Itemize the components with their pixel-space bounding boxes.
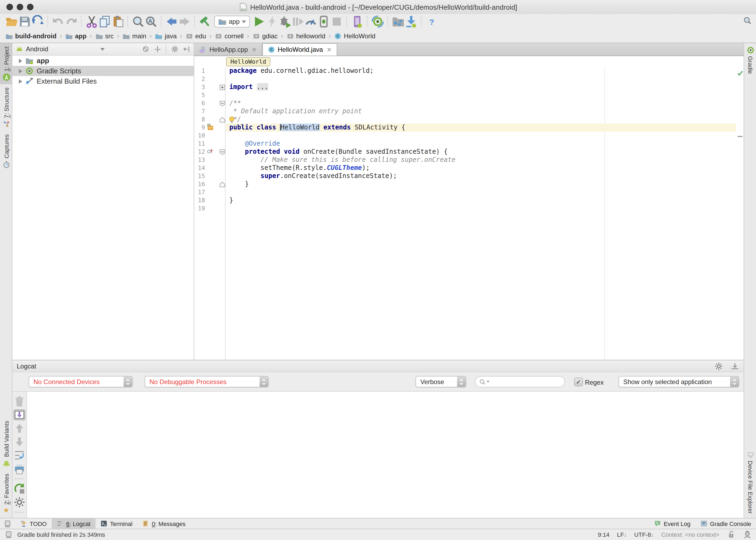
tree-item-app[interactable]: app	[12, 56, 194, 66]
code-line-18[interactable]: 18}	[194, 197, 744, 204]
code-line-12[interactable]: 12 protected void onCreate(Bundle savedI…	[194, 148, 744, 156]
code-line-16[interactable]: 16 }	[194, 180, 744, 188]
breadcrumb-item-gdiac[interactable]: gdiac	[251, 32, 279, 40]
regex-checkbox[interactable]: ✓	[574, 378, 583, 386]
debug-button[interactable]	[278, 15, 291, 28]
g-class-icon[interactable]: <>	[207, 124, 219, 132]
breadcrumb-item-src[interactable]: src	[94, 32, 115, 40]
tool-window-button-0-messages[interactable]: 0: Messages	[137, 518, 191, 529]
tool-strip-button-gradle[interactable]: Gradle	[744, 43, 756, 77]
intention-bulb-icon[interactable]	[228, 116, 235, 123]
project-view-selector[interactable]: Android	[26, 45, 48, 53]
replace-button[interactable]: A	[145, 15, 158, 28]
device-debug-button[interactable]	[317, 15, 330, 28]
logcat-settings-gear-icon[interactable]	[714, 362, 723, 370]
tool-window-button-gradle-console[interactable]: Gradle Console	[695, 518, 756, 529]
apply-button[interactable]	[265, 15, 278, 28]
inspector-hector-icon[interactable]	[743, 530, 752, 539]
code-line-19[interactable]: 19	[194, 204, 744, 212]
code-line-6[interactable]: 6/**	[194, 99, 744, 107]
gear-icon[interactable]	[171, 45, 179, 53]
hide-panel-icon[interactable]	[183, 45, 191, 53]
tab-HelloWorld.java[interactable]: CHelloWorld.java✕	[262, 43, 337, 56]
expand-arrow-icon[interactable]	[19, 69, 22, 73]
code-line-7[interactable]: 7 * Default application entry point	[194, 107, 744, 115]
fold-marker-icon[interactable]	[219, 180, 226, 188]
code-line-14[interactable]: 14 setTheme(R.style.CUGLTheme);	[194, 164, 744, 172]
profile-button[interactable]	[304, 15, 317, 28]
run-configuration-selector[interactable]: app	[214, 16, 250, 28]
stop-button[interactable]	[330, 15, 343, 28]
copy-button[interactable]	[98, 15, 111, 28]
line-ending-selector[interactable]: LF↕	[617, 531, 627, 538]
g-override-icon[interactable]	[207, 148, 219, 156]
tree-item-gradle-scripts[interactable]: Gradle Scripts	[12, 66, 194, 76]
code-line-11[interactable]: 11 @Override	[194, 140, 744, 148]
back-button[interactable]	[165, 15, 178, 28]
project-structure-button[interactable]	[392, 15, 405, 28]
code-line-17[interactable]: 17	[194, 188, 744, 197]
code-line-3[interactable]: 3import ...	[194, 83, 744, 91]
locate-file-icon[interactable]	[142, 45, 149, 53]
tree-item-external-build-files[interactable]: External Build Files	[12, 76, 194, 86]
breadcrumb-item-HelloWorld[interactable]: CHelloWorld	[333, 32, 377, 40]
tool-strip-button-7-structure[interactable]: 7: Structure	[0, 84, 12, 131]
close-tab-icon[interactable]: ✕	[327, 46, 332, 53]
filter-dropdown[interactable]: Show only selected application	[618, 376, 739, 387]
tool-window-button-terminal[interactable]: Terminal	[95, 518, 137, 529]
undo-button[interactable]	[52, 15, 65, 28]
tool-strip-button-captures[interactable]: Captures	[0, 131, 12, 172]
code-line-10[interactable]: 10	[194, 132, 744, 140]
logcat-gear-button[interactable]	[14, 497, 25, 508]
save-button[interactable]	[18, 15, 31, 28]
code-line-9[interactable]: 9<>public class HelloWorld extends SDLAc…	[194, 124, 744, 132]
expand-arrow-icon[interactable]	[19, 59, 22, 63]
cut-button[interactable]	[85, 15, 98, 28]
logcat-up-button[interactable]	[14, 423, 25, 434]
build-button[interactable]	[199, 15, 212, 28]
breadcrumb-item-build-android[interactable]: build-android	[4, 32, 58, 40]
breadcrumb-item-cornell[interactable]: cornell	[214, 32, 245, 40]
code-line-2[interactable]: 2	[194, 75, 744, 83]
tool-window-button-6-logcat[interactable]: 6: Logcat	[52, 518, 95, 529]
logcat-search-input[interactable]	[475, 376, 565, 387]
tab-HelloApp.cpp[interactable]: C++HelloApp.cpp✕	[194, 44, 262, 56]
sdk-button[interactable]	[405, 15, 418, 28]
encoding-selector[interactable]: UTF-8↕	[634, 531, 654, 538]
logcat-scrollend-button[interactable]	[14, 409, 25, 420]
help-button[interactable]: ?	[425, 15, 438, 28]
code-line-5[interactable]: 5	[194, 91, 744, 99]
fold-marker-icon[interactable]	[219, 115, 226, 124]
breadcrumb-item-app[interactable]: app	[64, 32, 88, 40]
open-button[interactable]	[5, 15, 18, 28]
logcat-wrap-button[interactable]	[14, 450, 25, 461]
fold-marker-icon[interactable]	[219, 83, 226, 91]
logcat-rerun-button[interactable]	[14, 483, 25, 494]
find-button[interactable]	[132, 15, 145, 28]
tool-window-button-todo[interactable]: TODO	[15, 518, 52, 529]
status-toggle-icon[interactable]	[4, 530, 13, 539]
devices-dropdown[interactable]: No Connected Devices	[29, 376, 133, 387]
caret-position[interactable]: 9:14	[598, 531, 610, 538]
search-everywhere-icon[interactable]	[743, 16, 752, 25]
paste-button[interactable]	[111, 15, 124, 28]
tool-strip-button-build-variants[interactable]: Build Variants	[0, 418, 12, 470]
fold-marker-icon[interactable]	[219, 99, 226, 107]
code-area[interactable]: 1package edu.cornell.gdiac.helloworld;23…	[194, 67, 744, 360]
gradle-sync-button[interactable]	[371, 15, 384, 28]
logcat-print-button[interactable]	[14, 464, 25, 474]
processes-dropdown[interactable]: No Debuggable Processes	[145, 376, 269, 387]
code-line-8[interactable]: 8 */	[194, 115, 744, 124]
avd-button[interactable]	[351, 15, 364, 28]
minimize-window-button[interactable]	[17, 4, 23, 10]
zoom-window-button[interactable]	[27, 4, 34, 10]
tool-strip-button-device-file-explorer[interactable]: Device File Explorer	[744, 448, 756, 517]
fold-marker-icon[interactable]	[219, 148, 226, 156]
logcat-output[interactable]: »	[12, 392, 744, 518]
code-line-15[interactable]: 15 super.onCreate(savedInstanceState);	[194, 172, 744, 180]
logcat-down-button[interactable]	[14, 437, 25, 447]
close-window-button[interactable]	[6, 4, 13, 10]
tool-strip-button-1-project[interactable]: 1: Project	[0, 43, 12, 84]
close-tab-icon[interactable]: ✕	[252, 46, 256, 53]
collapse-all-icon[interactable]	[154, 45, 161, 53]
